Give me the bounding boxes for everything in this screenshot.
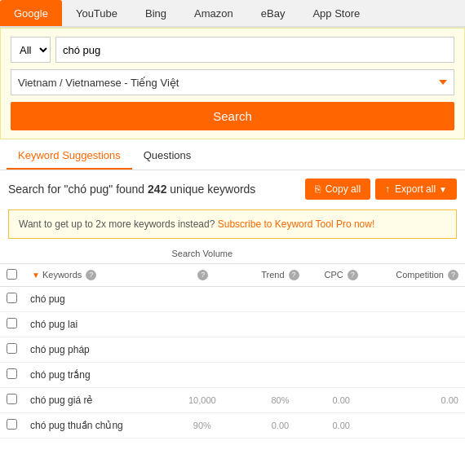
row-competition — [370, 287, 465, 312]
table-row: chó pug — [0, 287, 465, 312]
row-trend — [248, 337, 312, 363]
row-checkbox[interactable] — [7, 343, 17, 354]
select-all-checkbox[interactable] — [7, 269, 17, 280]
row-check[interactable] — [0, 363, 24, 388]
tab-google[interactable]: Google — [0, 0, 62, 26]
row-trend: 80% — [248, 388, 312, 413]
row-keyword: chó pug trắng — [24, 363, 156, 388]
row-checkbox[interactable] — [7, 419, 17, 430]
th-competition[interactable]: Competition ? — [370, 264, 465, 287]
row-checkbox[interactable] — [7, 318, 17, 328]
promo-link[interactable]: Subscribe to Keyword Tool Pro now! — [218, 218, 375, 230]
trend-info-icon: ? — [289, 270, 299, 280]
th-cpc[interactable]: CPC ? — [312, 264, 370, 287]
row-check[interactable] — [0, 413, 24, 439]
row-competition — [370, 337, 465, 363]
result-actions: Copy all Export all ▼ — [305, 178, 457, 200]
row-trend — [248, 287, 312, 312]
row-keyword: chó pug thuần chủng — [24, 413, 156, 439]
row-competition — [370, 363, 465, 388]
th-trend[interactable]: Trend ? — [248, 264, 312, 287]
table-row: chó pug lai — [0, 312, 465, 337]
row-check[interactable] — [0, 337, 24, 363]
th-competition-label: Competition — [396, 270, 444, 280]
sort-icon: ▼ — [32, 271, 40, 280]
row-cpc — [312, 337, 370, 363]
result-suffix-text: unique keywords — [170, 183, 255, 196]
row-checkbox[interactable] — [7, 368, 17, 379]
result-prefix: Search for "chó pug" found — [8, 183, 144, 196]
row-checkbox[interactable] — [7, 293, 17, 303]
search-row-language: Vietnam / Vietnamese - Tiếng Việt — [11, 69, 454, 95]
row-checkbox[interactable] — [7, 394, 17, 404]
th-search-volume-group: Search Volume — [156, 244, 248, 264]
promo-text: Want to get up to 2x more keywords inste… — [19, 218, 215, 230]
export-arrow: ▼ — [439, 185, 447, 194]
row-keyword: chó pug lai — [24, 312, 156, 337]
result-count: 242 — [148, 183, 166, 196]
top-tabs: Google YouTube Bing Amazon eBay App Stor… — [0, 0, 465, 28]
tab-amazon[interactable]: Amazon — [180, 0, 247, 26]
th-cpc-label: CPC — [325, 270, 343, 280]
row-keyword: chó pug giá rẻ — [24, 388, 156, 413]
table-row: chó pug trắng — [0, 363, 465, 388]
search-input[interactable] — [55, 37, 454, 63]
row-sv — [156, 337, 248, 363]
th-keywords-label: Keywords — [42, 270, 82, 280]
row-competition — [370, 413, 465, 439]
table-header-row: ▼ Keywords ? ? Trend ? CPC ? Competition — [0, 264, 465, 287]
copy-all-label: Copy all — [326, 183, 361, 195]
th-empty — [0, 244, 156, 264]
language-select[interactable]: Vietnam / Vietnamese - Tiếng Việt — [11, 69, 454, 95]
row-trend — [248, 312, 312, 337]
row-sv: 90% — [156, 413, 248, 439]
keywords-info-icon: ? — [86, 270, 96, 280]
row-cpc: 0.00 — [312, 413, 370, 439]
row-keyword: chó pug — [24, 287, 156, 312]
tab-appstore[interactable]: App Store — [299, 0, 374, 26]
row-cpc — [312, 287, 370, 312]
row-sv — [156, 363, 248, 388]
row-sv — [156, 287, 248, 312]
row-keyword: chó pug pháp — [24, 337, 156, 363]
row-check[interactable] — [0, 287, 24, 312]
th-checkbox — [0, 264, 24, 287]
export-all-button[interactable]: Export all ▼ — [375, 178, 457, 200]
table-row: chó pug giá rẻ 10,000 80% 0.00 0.00 — [0, 388, 465, 413]
tab-youtube[interactable]: YouTube — [62, 0, 131, 26]
th-keywords[interactable]: ▼ Keywords ? — [24, 264, 156, 287]
cpc-info-icon: ? — [348, 270, 358, 280]
row-cpc: 0.00 — [312, 388, 370, 413]
result-header: Search for "chó pug" found 242 unique ke… — [0, 170, 465, 205]
search-area: All Vietnam / Vietnamese - Tiếng Việt Se… — [0, 28, 465, 139]
copy-all-button[interactable]: Copy all — [305, 178, 370, 200]
sub-tabs: Keyword Suggestions Questions — [0, 143, 465, 170]
row-trend — [248, 363, 312, 388]
search-type-select[interactable]: All — [11, 37, 51, 63]
row-competition: 0.00 — [370, 388, 465, 413]
result-text: Search for "chó pug" found 242 unique ke… — [8, 181, 255, 198]
row-competition — [370, 312, 465, 337]
promo-banner: Want to get up to 2x more keywords inste… — [8, 209, 457, 239]
tab-keyword-suggestions[interactable]: Keyword Suggestions — [7, 143, 132, 170]
row-check[interactable] — [0, 312, 24, 337]
row-cpc — [312, 312, 370, 337]
tab-ebay[interactable]: eBay — [247, 0, 299, 26]
search-button[interactable]: Search — [11, 102, 454, 130]
tab-bing[interactable]: Bing — [131, 0, 180, 26]
search-row-query: All — [11, 37, 454, 63]
sv-info-icon: ? — [197, 270, 208, 280]
export-icon — [385, 183, 392, 195]
copy-icon — [315, 183, 322, 195]
table-row: chó pug pháp — [0, 337, 465, 363]
row-cpc — [312, 363, 370, 388]
table-wrapper: Search Volume ▼ Keywords ? ? Trend — [0, 244, 465, 439]
table-row: chó pug thuần chủng 90% 0.00 0.00 — [0, 413, 465, 439]
tab-questions[interactable]: Questions — [132, 143, 203, 170]
row-sv — [156, 312, 248, 337]
th-sv: ? — [156, 264, 248, 287]
table-header-sv-group: Search Volume — [0, 244, 465, 264]
row-sv: 10,000 — [156, 388, 248, 413]
export-all-label: Export all — [395, 183, 436, 195]
row-check[interactable] — [0, 388, 24, 413]
